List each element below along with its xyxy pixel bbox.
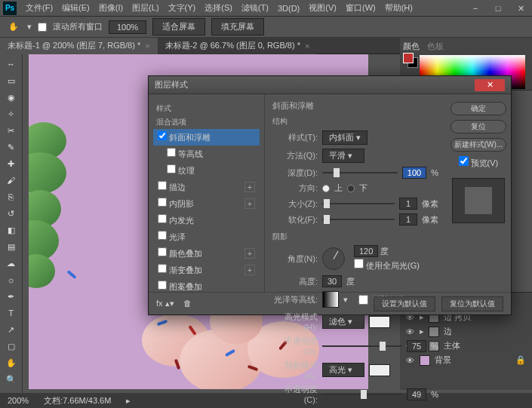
doc-tab-2[interactable]: 未标题-2 @ 66.7% (图层 0, RGB/8) *× xyxy=(158,38,318,54)
heal-tool[interactable]: ✚ xyxy=(2,156,20,171)
angle-dial[interactable] xyxy=(322,247,345,270)
fill-screen-button[interactable]: 填充屏幕 xyxy=(211,18,264,35)
fit-screen-button[interactable]: 适合屏幕 xyxy=(152,18,205,35)
menu-edit[interactable]: 编辑(E) xyxy=(57,2,94,14)
blur-tool[interactable]: ☁ xyxy=(2,256,20,271)
shadow-mode-select[interactable]: 高光 ▾ xyxy=(322,363,364,377)
marquee-tool[interactable]: ▭ xyxy=(2,73,20,88)
tool-bar: ↔ ▭ ◉ ✧ ✂ ✎ ✚ 🖌 ⎘ ↺ ◧ ▤ ☁ ☼ ✒ T ↗ ▢ ✋ 🔍 … xyxy=(0,54,23,408)
style-satin[interactable]: 光泽 xyxy=(153,229,260,245)
size-slider[interactable] xyxy=(322,199,395,208)
menu-window[interactable]: 窗口(W) xyxy=(341,2,380,14)
style-stroke[interactable]: 描边+ xyxy=(153,179,260,195)
eraser-tool[interactable]: ◧ xyxy=(2,222,20,238)
menu-type[interactable]: 文字(Y) xyxy=(164,2,201,14)
dodge-tool[interactable]: ☼ xyxy=(2,272,20,287)
crop-tool[interactable]: ✂ xyxy=(2,123,20,138)
make-default-button[interactable]: 设置为默认值 xyxy=(374,296,435,311)
style-contour[interactable]: 等高线 xyxy=(153,146,260,162)
add-icon[interactable]: + xyxy=(244,182,255,192)
menu-file[interactable]: 文件(F) xyxy=(21,2,57,14)
new-style-button[interactable]: 新建样式(W)... xyxy=(451,138,506,152)
move-tool[interactable]: ↔ xyxy=(2,57,20,72)
style-bevel[interactable]: 斜面和浮雕 xyxy=(153,129,260,146)
style-list: 样式 混合选项 斜面和浮雕 等高线 纹理 描边+ 内阴影+ 内发光 光泽 颜色叠… xyxy=(149,94,265,292)
menu-help[interactable]: 帮助(H) xyxy=(380,2,417,14)
window-maximize[interactable]: □ xyxy=(487,0,509,17)
window-close[interactable]: ✕ xyxy=(509,0,532,17)
depth-slider[interactable] xyxy=(322,168,398,177)
altitude-field[interactable]: 30 xyxy=(322,275,342,287)
style-select[interactable]: 内斜面 ▾ xyxy=(322,130,367,145)
brush-tool[interactable]: 🖌 xyxy=(2,173,20,188)
shadow-opacity-slider[interactable] xyxy=(322,390,402,399)
color-tab[interactable]: 颜色 xyxy=(403,41,420,52)
blend-header[interactable]: 混合选项 xyxy=(156,117,260,127)
window-minimize[interactable]: − xyxy=(464,0,487,17)
cancel-button[interactable]: 复位 xyxy=(451,120,506,133)
style-texture[interactable]: 纹理 xyxy=(153,162,260,179)
eyedropper-tool[interactable]: ✎ xyxy=(2,140,20,155)
soften-slider[interactable] xyxy=(322,215,395,224)
ok-button[interactable]: 确定 xyxy=(451,102,506,115)
close-icon[interactable]: × xyxy=(305,41,309,51)
direction-down[interactable] xyxy=(347,185,355,192)
add-icon[interactable]: + xyxy=(244,248,255,259)
menu-view[interactable]: 视图(V) xyxy=(304,2,341,14)
gradient-tool[interactable]: ▤ xyxy=(2,239,20,254)
hand-tool[interactable]: ✋ xyxy=(2,355,20,370)
wand-tool[interactable]: ✧ xyxy=(2,106,20,121)
menu-filter[interactable]: 滤镜(T) xyxy=(237,2,273,14)
lasso-tool[interactable]: ◉ xyxy=(2,90,20,105)
style-color-overlay[interactable]: 颜色叠加+ xyxy=(153,245,260,262)
highlight-opacity-field[interactable]: 75 xyxy=(407,340,426,352)
preview-box xyxy=(452,178,505,223)
menu-bar: Ps 文件(F) 编辑(E) 图像(I) 图层(L) 文字(Y) 选择(S) 滤… xyxy=(0,0,532,17)
shape-tool[interactable]: ▢ xyxy=(2,339,20,354)
menu-3d[interactable]: 3D(D) xyxy=(273,4,304,13)
angle-field[interactable]: 120 xyxy=(354,245,378,257)
highlight-mode-select[interactable]: 滤色 ▾ xyxy=(322,314,364,329)
antialias-checkbox[interactable] xyxy=(358,295,368,305)
zoom-field[interactable]: 100% xyxy=(109,20,146,34)
history-brush-tool[interactable]: ↺ xyxy=(2,206,20,221)
close-icon[interactable]: × xyxy=(145,41,149,51)
fx-icon[interactable]: fx ▴▾ xyxy=(156,299,174,308)
dialog-close-button[interactable]: ✕ xyxy=(475,79,505,91)
type-tool[interactable]: T xyxy=(2,305,20,321)
menu-image[interactable]: 图像(I) xyxy=(94,2,128,14)
trash-icon[interactable]: 🗑 xyxy=(183,299,192,308)
global-light-checkbox[interactable] xyxy=(354,259,364,268)
highlight-opacity-slider[interactable] xyxy=(322,342,402,351)
pen-tool[interactable]: ✒ xyxy=(2,289,20,304)
menu-select[interactable]: 选择(S) xyxy=(200,2,237,14)
zoom-tool[interactable]: 🔍 xyxy=(2,372,20,387)
technique-select[interactable]: 平滑 ▾ xyxy=(322,149,364,163)
size-field[interactable]: 1 xyxy=(399,198,417,210)
style-inner-glow[interactable]: 内发光 xyxy=(153,212,260,229)
style-pattern-overlay[interactable]: 图案叠加 xyxy=(153,278,260,292)
dialog-titlebar[interactable]: 图层样式 ✕ xyxy=(149,76,511,94)
soften-field[interactable]: 1 xyxy=(399,213,417,225)
path-tool[interactable]: ↗ xyxy=(2,322,20,337)
style-inner-shadow[interactable]: 内阴影+ xyxy=(153,195,260,212)
options-bar: ✋ ▾ 滚动所有窗口 100% 适合屏幕 填充屏幕 xyxy=(0,17,532,38)
add-icon[interactable]: + xyxy=(244,265,255,275)
swatches-tab[interactable]: 色板 xyxy=(427,41,444,52)
gloss-contour[interactable] xyxy=(322,291,339,308)
depth-field[interactable]: 100 xyxy=(402,167,426,179)
menu-layer[interactable]: 图层(L) xyxy=(128,2,163,14)
direction-up[interactable] xyxy=(322,185,330,192)
highlight-color[interactable] xyxy=(369,316,390,328)
status-doc: 文档:7.66M/43.6M xyxy=(44,395,111,406)
scroll-all-checkbox[interactable] xyxy=(38,23,47,32)
shadow-color[interactable] xyxy=(369,364,390,376)
style-gradient-overlay[interactable]: 渐变叠加+ xyxy=(153,262,260,278)
preview-checkbox[interactable] xyxy=(459,156,469,166)
reset-default-button[interactable]: 复位为默认值 xyxy=(441,296,503,311)
add-icon[interactable]: + xyxy=(244,198,255,209)
dialog-actions: 确定 复位 新建样式(W)... 预览(V) xyxy=(446,94,511,292)
shadow-opacity-field[interactable]: 49 xyxy=(407,388,426,400)
doc-tab-1[interactable]: 未标题-1 @ 200% (图层 7, RGB/8) *× xyxy=(0,38,158,54)
stamp-tool[interactable]: ⎘ xyxy=(2,189,20,204)
